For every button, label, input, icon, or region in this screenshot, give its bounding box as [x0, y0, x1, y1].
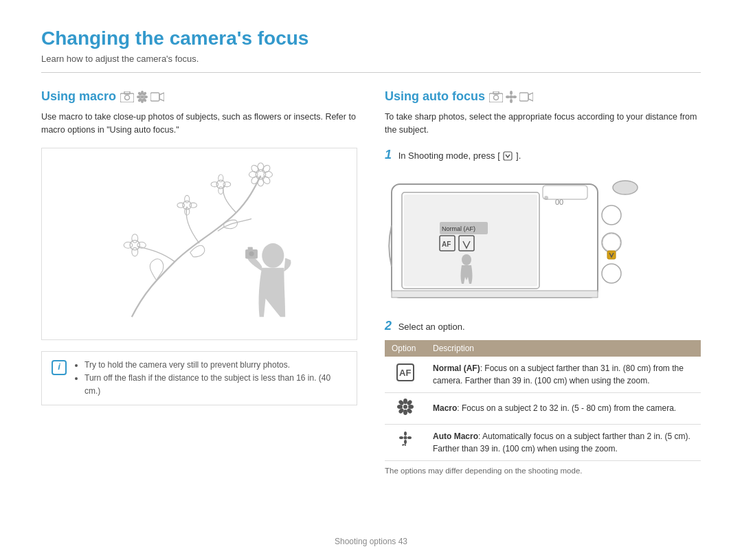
svg-text:AF: AF — [442, 240, 451, 248]
flower-icon-2 — [506, 91, 517, 103]
svg-point-77 — [397, 405, 403, 409]
svg-point-24 — [218, 175, 223, 182]
svg-point-48 — [506, 96, 510, 98]
camera-illustration: Normal (AF) AF 00 — [385, 170, 646, 308]
option-desc-af: Normal (AF): Focus on a subject farther … — [426, 357, 701, 393]
options-table: Option Description AF — [385, 340, 701, 461]
video-icon-2 — [519, 92, 533, 102]
svg-point-34 — [132, 234, 138, 243]
svg-point-75 — [403, 399, 407, 404]
macro-section-icons — [120, 91, 164, 103]
svg-rect-12 — [150, 93, 159, 101]
table-header-row: Option Description — [385, 340, 701, 357]
table-footer-note: The options may differ depending on the … — [385, 467, 701, 475]
macro-icon — [397, 399, 414, 415]
step2-label: 2 Select an option. — [385, 319, 701, 333]
svg-point-32 — [190, 203, 197, 208]
svg-point-7 — [144, 96, 148, 98]
camera-diagram-svg: Normal (AF) AF 00 — [385, 170, 646, 308]
svg-point-6 — [137, 96, 141, 98]
svg-point-86 — [399, 436, 403, 439]
macro-section-title: Using macro — [41, 89, 357, 104]
svg-rect-71 — [392, 291, 598, 298]
svg-point-46 — [510, 91, 513, 95]
svg-point-23 — [216, 180, 225, 189]
svg-point-25 — [218, 187, 223, 194]
svg-point-64 — [602, 205, 621, 225]
page-title: Changing the camera's focus — [41, 27, 701, 49]
info-box: i Try to hold the camera very still to p… — [41, 351, 357, 406]
svg-point-87 — [407, 436, 412, 439]
svg-rect-50 — [519, 93, 528, 101]
step1-text: In Shooting mode, press [ — [398, 150, 500, 161]
svg-point-47 — [510, 99, 513, 103]
svg-point-36 — [124, 243, 133, 249]
info-bullet-1: Try to hold the camera very still to pre… — [85, 359, 347, 372]
svg-point-26 — [211, 182, 218, 187]
svg-point-29 — [185, 196, 190, 203]
option-icon-af: AF — [385, 357, 426, 393]
page-subtitle: Learn how to adjust the camera's focus. — [41, 54, 701, 64]
video-icon — [150, 92, 164, 102]
col-option: Option — [385, 340, 426, 357]
svg-point-44 — [494, 95, 499, 100]
svg-point-66 — [602, 264, 621, 283]
auto-macro-icon — [396, 431, 415, 450]
camera-icon — [120, 91, 134, 102]
svg-text:Normal (AF): Normal (AF) — [442, 225, 475, 232]
col-description: Description — [426, 340, 701, 357]
down-arrow-icon — [503, 151, 513, 161]
svg-point-61 — [462, 254, 471, 265]
svg-point-22 — [250, 175, 260, 186]
camera-icon-2 — [489, 91, 503, 102]
option-icon-automacro — [385, 424, 426, 460]
svg-point-45 — [510, 95, 513, 98]
autofocus-description: To take sharp photos, select the appropr… — [385, 111, 701, 137]
svg-point-65 — [602, 233, 621, 252]
right-column: Using auto focus — [385, 89, 701, 475]
svg-point-41 — [249, 251, 254, 256]
svg-point-27 — [223, 182, 231, 187]
svg-marker-13 — [159, 93, 164, 101]
top-divider — [41, 72, 701, 73]
svg-point-35 — [132, 248, 138, 257]
table-row: Macro: Focus on a subject 2 to 32 in. (5… — [385, 392, 701, 424]
svg-rect-69 — [543, 186, 587, 199]
svg-point-49 — [513, 96, 517, 98]
macro-description: Use macro to take close-up photos of sub… — [41, 111, 357, 137]
option-icon-macro — [385, 392, 426, 424]
macro-illustration — [41, 148, 357, 340]
svg-rect-40 — [248, 247, 253, 250]
svg-point-74 — [403, 405, 407, 409]
page-container: Changing the camera's focus Learn how to… — [0, 0, 742, 495]
info-bullet-2: Turn off the flash if the distance to th… — [85, 372, 347, 398]
svg-point-2 — [125, 95, 130, 100]
flower-sketch-svg — [58, 157, 341, 329]
svg-point-83 — [404, 436, 407, 440]
table-row: AF Normal (AF): Focus on a subject farth… — [385, 357, 701, 393]
svg-point-84 — [404, 432, 407, 436]
svg-point-33 — [130, 240, 139, 250]
svg-point-3 — [141, 95, 144, 98]
footer-text: Shooting options 43 — [335, 537, 407, 546]
step2-number: 2 — [385, 319, 392, 333]
info-text: Try to hold the camera very still to pre… — [74, 359, 347, 399]
svg-point-70 — [613, 181, 638, 194]
svg-point-20 — [261, 175, 271, 186]
svg-point-38 — [262, 244, 284, 269]
svg-point-19 — [250, 164, 260, 175]
svg-point-31 — [177, 203, 185, 208]
svg-point-67 — [603, 234, 620, 251]
af-icon: AF — [396, 363, 415, 382]
svg-point-21 — [261, 164, 271, 175]
option-desc-automacro: Auto Macro: Automatically focus on a sub… — [426, 424, 701, 460]
two-column-layout: Using macro — [41, 89, 701, 475]
info-icon: i — [52, 360, 67, 375]
step1-text-end: ]. — [516, 150, 521, 161]
svg-point-76 — [403, 410, 407, 415]
step1-label: 1 In Shooting mode, press [ ]. — [385, 148, 701, 162]
svg-marker-51 — [528, 93, 533, 101]
table-row: Auto Macro: Automatically focus on a sub… — [385, 424, 701, 460]
svg-text:AF: AF — [399, 368, 411, 378]
page-footer: Shooting options 43 — [0, 537, 742, 546]
